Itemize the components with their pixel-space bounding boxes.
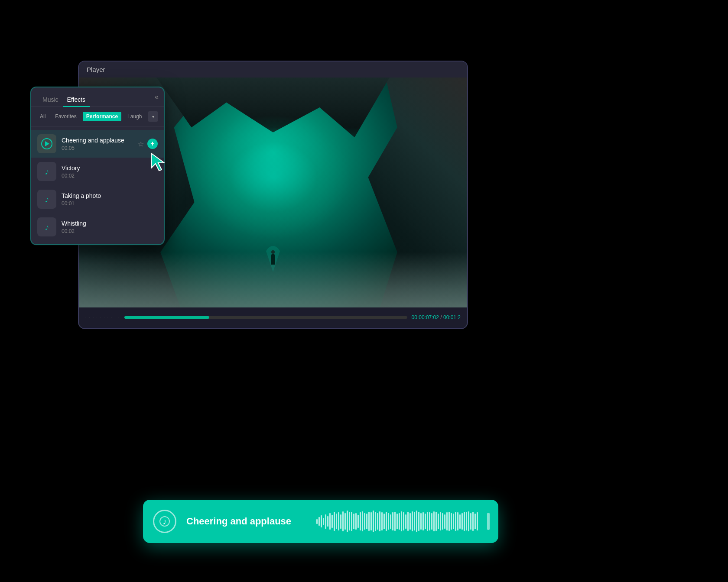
waveform-bar — [349, 512, 350, 530]
player-title: Player — [87, 66, 105, 73]
effects-panel: Music Effects « All Favorites Performanc… — [30, 87, 165, 245]
waveform-bar — [425, 514, 426, 529]
cursor-arrow — [150, 152, 167, 175]
waveform-bar — [459, 514, 461, 529]
add-button-cheering[interactable]: + — [147, 139, 158, 149]
person-light — [264, 246, 282, 272]
waveform-bar — [444, 514, 445, 529]
waveform-bar — [325, 514, 326, 529]
waveform-bar — [373, 511, 374, 532]
timeline-progress — [124, 316, 209, 319]
tab-music[interactable]: Music — [38, 93, 63, 107]
waveform-bar — [420, 513, 422, 530]
effect-thumb-victory: ♪ — [37, 162, 56, 181]
effect-duration-victory: 00:02 — [62, 173, 158, 179]
filter-laugh[interactable]: Laugh — [124, 112, 145, 121]
waveform-bar — [410, 513, 411, 530]
effect-info-victory: Victory 00:02 — [62, 165, 158, 179]
effect-item-whistling[interactable]: ♪ Whistling 00:02 — [31, 213, 164, 241]
waveform-bar — [358, 515, 359, 528]
timeline-dots: · · · · · · · · · · — [85, 315, 120, 319]
waveform-bar — [474, 514, 476, 529]
waveform-bar — [332, 515, 333, 528]
effect-item-cheering[interactable]: Cheering and applause 00:05 ☆ + — [31, 130, 164, 158]
waveform-bar — [351, 512, 352, 531]
waveform-bar — [362, 511, 363, 532]
effect-name-whistling: Whistling — [62, 220, 158, 227]
waveform-bar — [355, 513, 357, 530]
cave-glow — [195, 115, 351, 239]
waveform-bar — [440, 512, 441, 530]
filter-tabs: All Favorites Performance Laugh ▾ — [31, 107, 164, 126]
tab-effects[interactable]: Effects — [63, 93, 90, 107]
effect-actions-cheering: ☆ + — [138, 139, 158, 149]
waveform-bar — [407, 512, 409, 531]
waveform-bar — [370, 512, 372, 530]
panel-collapse-button[interactable]: « — [155, 93, 159, 101]
drag-handle[interactable] — [487, 513, 490, 530]
waveform-bar — [381, 512, 383, 530]
effect-name-taking-photo: Taking a photo — [62, 192, 158, 199]
waveform-bar — [414, 512, 415, 530]
filter-all[interactable]: All — [36, 112, 49, 121]
effect-duration-cheering: 00:05 — [62, 145, 133, 151]
waveform-bar — [321, 515, 322, 527]
now-playing-bar: ♪ Cheering and applause — [143, 500, 498, 543]
filter-performance[interactable]: Performance — [83, 112, 121, 121]
waveform-bar — [427, 512, 428, 531]
waveform-bar — [342, 511, 344, 532]
effect-item-taking-photo[interactable]: ♪ Taking a photo 00:01 — [31, 185, 164, 213]
waveform-bar — [477, 512, 478, 530]
play-button-cheering[interactable] — [41, 138, 52, 149]
waveform-bar — [366, 514, 367, 529]
waveform-bar — [422, 512, 424, 530]
music-note-icon-photo: ♪ — [45, 194, 49, 204]
effect-thumb-taking-photo: ♪ — [37, 190, 56, 209]
panel-tabs: Music Effects « — [31, 87, 164, 107]
effect-thumb-cheering — [37, 134, 56, 153]
waveform-bar — [388, 513, 389, 530]
effect-duration-whistling: 00:02 — [62, 228, 158, 234]
waveform-bar — [344, 513, 346, 530]
waveform-bar — [360, 512, 361, 530]
waveform-bar — [433, 511, 435, 532]
waveform-bar — [323, 518, 324, 525]
waveform-bar — [448, 512, 450, 531]
music-disc-note-icon: ♪ — [162, 517, 167, 527]
waveform — [316, 508, 478, 534]
waveform-bar — [472, 512, 474, 531]
effect-thumb-whistling: ♪ — [37, 217, 56, 236]
filter-dropdown-button[interactable]: ▾ — [148, 111, 158, 122]
waveform-bar — [368, 512, 370, 531]
waveform-bar — [438, 514, 439, 529]
effect-item-victory[interactable]: ♪ Victory 00:02 — [31, 158, 164, 185]
waveform-bar — [399, 513, 400, 530]
effect-info-taking-photo: Taking a photo 00:01 — [62, 192, 158, 207]
waveform-bar — [364, 513, 365, 530]
music-note-icon-victory: ♪ — [45, 167, 49, 177]
player-titlebar: Player — [79, 61, 467, 78]
svg-marker-0 — [151, 153, 164, 171]
waveform-bar — [386, 512, 387, 531]
waveform-bar — [396, 514, 398, 529]
waveform-bar — [353, 514, 354, 529]
timeline-bar: · · · · · · · · · · 00:00:07:02 / 00:01:… — [79, 307, 467, 327]
timeline-track[interactable] — [124, 316, 407, 319]
waveform-bar — [316, 519, 318, 524]
waveform-bar — [392, 512, 393, 530]
waveform-bar — [442, 513, 443, 530]
music-disc: ♪ — [153, 510, 176, 533]
effect-name-cheering: Cheering and applause — [62, 137, 133, 144]
waveform-bar — [329, 513, 331, 530]
waveform-bar — [347, 511, 348, 532]
effect-name-victory: Victory — [62, 165, 158, 171]
waveform-bar — [403, 512, 404, 530]
waveform-bar — [451, 513, 452, 530]
filter-favorites[interactable]: Favorites — [52, 112, 80, 121]
waveform-bar — [416, 511, 417, 532]
waveform-bar — [340, 514, 341, 529]
waveform-bar — [379, 511, 380, 532]
favorite-button-cheering[interactable]: ☆ — [138, 140, 144, 148]
waveform-bar — [470, 513, 471, 530]
now-playing-disc-icon: ♪ — [152, 508, 178, 534]
